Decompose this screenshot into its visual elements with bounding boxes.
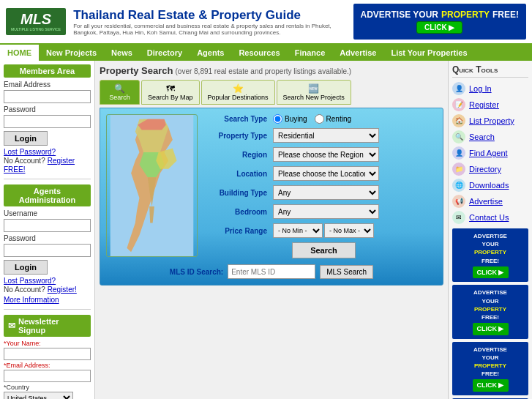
main-layout: Members Area Email Address Password Logi…: [0, 61, 532, 399]
nav-resources[interactable]: Resources: [231, 45, 287, 61]
location-select[interactable]: Please choose the Location: [273, 166, 379, 181]
search-form-inner: Search Type Buying Renting: [106, 114, 437, 258]
radio-group: Buying Renting: [273, 114, 351, 124]
mls-id-input[interactable]: [228, 264, 315, 279]
bedroom-label: Bedroom: [211, 208, 273, 216]
search-button[interactable]: Search: [292, 242, 356, 258]
search-link[interactable]: Search: [469, 133, 495, 141]
list-property-icon: 🏠: [452, 114, 465, 127]
your-name-label: *Your Name:: [4, 340, 91, 347]
tab-search-by-map[interactable]: 🗺 Search By Map: [141, 80, 200, 105]
price-min-select[interactable]: - No Min -: [273, 223, 323, 238]
ad1-btn[interactable]: CLICK ▶: [473, 266, 509, 279]
agent-register-link[interactable]: Register!: [48, 286, 77, 294]
members-login-button[interactable]: Login: [4, 131, 48, 146]
renting-label: Renting: [326, 115, 351, 123]
your-name-input[interactable]: [4, 348, 91, 360]
nav-agents[interactable]: Agents: [190, 45, 231, 61]
qt-item-directory[interactable]: 📁 Directory: [452, 163, 528, 176]
property-type-row: Property Type Residential: [211, 128, 437, 143]
ad-banner-3[interactable]: ADVERTISE YOUR PROPERTY FREE! CLICK ▶: [452, 342, 528, 395]
search-tabs: 🔍 Search 🗺 Search By Map ⭐ Popular Desti…: [100, 80, 443, 105]
buying-radio[interactable]: [273, 114, 282, 124]
qt-item-login[interactable]: 👤 Log In: [452, 82, 528, 95]
login-link[interactable]: Log In: [469, 84, 492, 93]
qt-item-contact[interactable]: ✉ Contact Us: [452, 211, 528, 224]
nav-new-projects[interactable]: New Projects: [39, 45, 104, 61]
search-title: Property Search: [100, 65, 173, 76]
tab-popular-destinations[interactable]: ⭐ Popular Destinations: [201, 80, 275, 105]
nav-news[interactable]: News: [104, 45, 140, 61]
ad2-line1: ADVERTISE: [454, 288, 526, 297]
qt-item-list-property[interactable]: 🏠 List Property: [452, 114, 528, 127]
username-label: Username: [4, 209, 91, 217]
newsletter-icon: ✉: [8, 321, 15, 331]
region-select[interactable]: Please choose the Region: [273, 147, 379, 162]
ad2-line3: FREE!: [454, 313, 526, 321]
downloads-link[interactable]: Downloads: [469, 181, 509, 190]
ad-banner-1[interactable]: ADVERTISE YOUR PROPERTY FREE! CLICK ▶: [452, 228, 528, 282]
nav-directory[interactable]: Directory: [140, 45, 190, 61]
renting-radio[interactable]: [315, 114, 324, 124]
advertise-free: FREE!: [492, 10, 519, 20]
ad3-line1: ADVERTISE: [454, 346, 526, 354]
qt-item-register[interactable]: 📝 Register: [452, 98, 528, 111]
ad-banner-2[interactable]: ADVERTISE YOUR PROPERTY FREE! CLICK ▶: [452, 285, 528, 338]
property-type-label: Property Type: [211, 132, 273, 140]
sidebar-divider-2: [4, 309, 91, 310]
buying-radio-label[interactable]: Buying: [273, 114, 307, 124]
directory-link[interactable]: Directory: [469, 165, 501, 174]
nav-list-properties[interactable]: List Your Properties: [383, 45, 474, 61]
newsletter-email-input[interactable]: [4, 370, 91, 382]
advertise-link[interactable]: Advertise: [469, 197, 503, 206]
agent-password-input[interactable]: [4, 244, 91, 257]
find-agent-link[interactable]: Find Agent: [469, 149, 508, 157]
agent-login-button[interactable]: Login: [4, 260, 48, 275]
username-input[interactable]: [4, 219, 91, 232]
building-type-label: Building Type: [211, 189, 273, 197]
list-property-link[interactable]: List Property: [469, 116, 514, 125]
lost-password-link[interactable]: Lost Password?: [4, 148, 91, 156]
qt-item-advertise[interactable]: 📢 Advertise: [452, 195, 528, 208]
email-input[interactable]: [4, 90, 91, 103]
header-advertise-banner[interactable]: ADVERTISE YOUR PROPERTY FREE! CLICK ▶: [353, 4, 526, 40]
agent-lost-password-link[interactable]: Lost Password?: [4, 277, 91, 285]
tab-popular-label: Popular Destinations: [208, 94, 269, 101]
renting-radio-label[interactable]: Renting: [315, 114, 351, 124]
search-type-label: Search Type: [211, 115, 273, 123]
building-type-select[interactable]: Any: [273, 185, 379, 200]
tab-map-icon: 🗺: [166, 83, 175, 94]
register-link[interactable]: Register: [469, 100, 499, 109]
more-info-link[interactable]: More Information: [4, 296, 91, 304]
ad2-line2: YOUR: [454, 297, 526, 305]
mls-id-label: MLS ID Search:: [170, 268, 223, 276]
password-input[interactable]: [4, 115, 91, 128]
contact-link[interactable]: Contact Us: [469, 213, 509, 222]
search-icon: 🔍: [452, 130, 465, 143]
mls-search-button[interactable]: MLS Search: [320, 265, 373, 279]
tab-search-icon: 🔍: [114, 83, 125, 94]
ad1-line1: ADVERTISE: [454, 232, 526, 240]
email-label: Email Address: [4, 81, 91, 89]
ad2-btn[interactable]: CLICK ▶: [473, 323, 509, 335]
qt-item-downloads[interactable]: 🌐 Downloads: [452, 179, 528, 192]
country-label: *Country: [4, 384, 91, 391]
login-icon: 👤: [452, 82, 465, 95]
map-container: [106, 114, 205, 258]
nav-finance[interactable]: Finance: [288, 45, 333, 61]
advertise-text-row: ADVERTISE YOUR PROPERTY FREE!: [361, 10, 519, 20]
tab-search[interactable]: 🔍 Search: [100, 80, 140, 105]
price-max-select[interactable]: - No Max -: [324, 223, 374, 238]
country-select[interactable]: United States: [4, 392, 73, 399]
logo[interactable]: MLS MULTIPLE LISTING SERVICE: [6, 8, 66, 35]
qt-item-find-agent[interactable]: 👤 Find Agent: [452, 146, 528, 160]
bedroom-select[interactable]: Any: [273, 204, 379, 219]
header-click-button[interactable]: CLICK ▶: [416, 21, 462, 34]
nav-home[interactable]: HOME: [0, 45, 39, 61]
qt-item-search[interactable]: 🔍 Search: [452, 130, 528, 143]
property-type-select[interactable]: Residential: [273, 128, 379, 143]
ad3-btn[interactable]: CLICK ▶: [473, 379, 509, 392]
nav-advertise[interactable]: Advertise: [332, 45, 383, 61]
sidebar-divider-1: [4, 179, 91, 179]
tab-new-projects[interactable]: 🆕 Search New Projects: [277, 80, 351, 105]
